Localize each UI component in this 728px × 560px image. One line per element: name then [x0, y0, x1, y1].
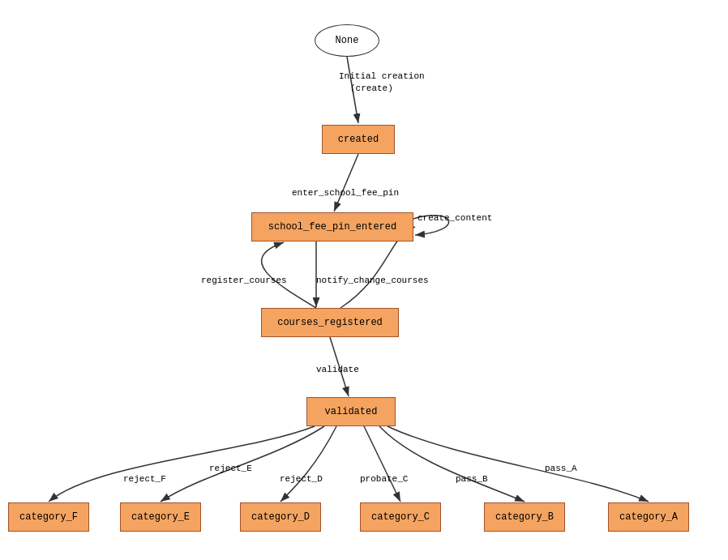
label-pass-b: pass_B: [456, 474, 488, 484]
node-courses-registered: courses_registered: [261, 308, 399, 337]
state-diagram: None created school_fee_pin_entered cour…: [0, 0, 728, 560]
svg-line-5: [364, 426, 400, 502]
label-pass-a: pass_A: [545, 464, 577, 473]
node-category-b: category_B: [484, 502, 565, 532]
label-reject-e: reject_E: [209, 464, 252, 473]
node-category-f: category_F: [8, 502, 89, 532]
node-created: created: [322, 125, 395, 154]
label-register-courses: register_courses: [201, 276, 287, 285]
node-category-d: category_D: [240, 502, 321, 532]
label-validate: validate: [316, 365, 359, 374]
label-create-content: create_content: [418, 213, 492, 223]
label-enter-school-fee-pin: enter_school_fee_pin: [292, 188, 399, 198]
node-category-e: category_E: [120, 502, 201, 532]
node-school-fee-pin-entered: school_fee_pin_entered: [251, 212, 413, 242]
node-category-c: category_C: [360, 502, 441, 532]
label-reject-f: reject_F: [123, 474, 166, 484]
node-none: None: [315, 24, 379, 57]
label-create: (create): [350, 83, 393, 93]
node-validated: validated: [306, 397, 396, 426]
svg-line-2: [334, 154, 358, 212]
label-initial-creation: Initial creation: [339, 71, 425, 81]
label-notify-change-courses: notify_change_courses: [316, 276, 429, 285]
label-reject-d: reject_D: [280, 474, 323, 484]
label-probate-c: probate_C: [360, 474, 408, 484]
node-category-a: category_A: [608, 502, 689, 532]
